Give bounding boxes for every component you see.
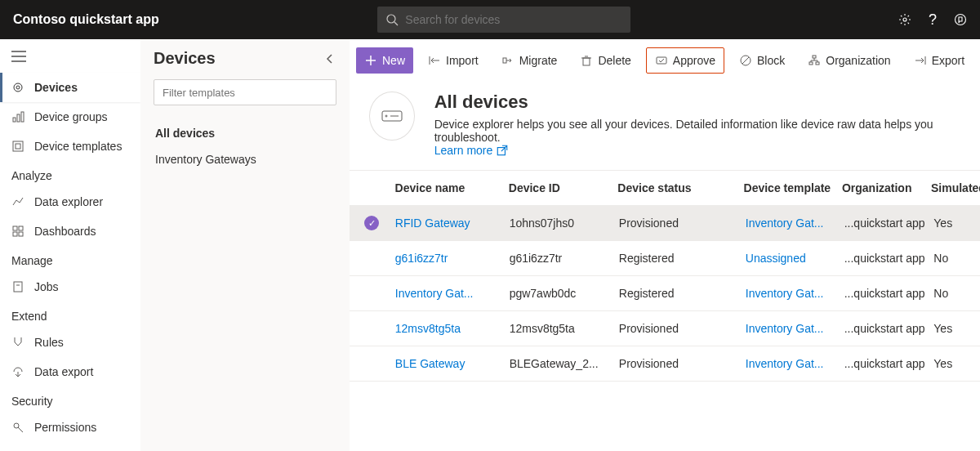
search-box[interactable] (377, 7, 630, 33)
device-template-link[interactable]: Inventory Gat... (746, 322, 844, 335)
device-id: g61i6zz7tr (510, 252, 619, 265)
device-id: 12msv8tg5ta (510, 322, 619, 335)
device-id: pgw7awb0dc (510, 287, 619, 300)
sidebar-item-data-export[interactable]: Data export (0, 357, 140, 386)
dashboards-icon (11, 225, 24, 238)
sidebar-item-device-templates[interactable]: Device templates (0, 132, 140, 161)
device-templates-icon (11, 140, 24, 153)
device-status: Registered (619, 252, 746, 265)
organization-label: Organization (826, 54, 890, 67)
device-org: ...quickstart app (844, 287, 934, 300)
device-name-link[interactable]: 12msv8tg5ta (395, 322, 510, 335)
device-id: BLEGateway_2... (510, 357, 619, 370)
row-selected-icon[interactable]: ✓ (364, 216, 379, 230)
device-name-link[interactable]: RFID Gateway (395, 217, 510, 230)
sidebar-item-device-groups[interactable]: Device groups (0, 102, 140, 132)
device-sim: Yes (933, 322, 980, 335)
col-device-template[interactable]: Device template (744, 181, 842, 194)
export-button[interactable]: Export (906, 47, 973, 74)
col-device-name[interactable]: Device name (395, 181, 509, 194)
sidebar: Devices Device groups Device templates A… (0, 39, 140, 451)
col-simulated[interactable]: Simulated (931, 181, 980, 194)
search-icon (385, 13, 399, 26)
search-input[interactable] (405, 13, 622, 26)
import-icon (428, 54, 441, 67)
table-row[interactable]: ✓ RFID Gateway 1ohns07jhs0 Provisioned I… (350, 206, 980, 241)
device-template-link[interactable]: Inventory Gat... (746, 357, 844, 370)
permissions-icon (11, 421, 24, 434)
col-device-status[interactable]: Device status (617, 181, 743, 194)
col-organization[interactable]: Organization (842, 181, 931, 194)
svg-line-1 (394, 22, 398, 25)
device-org: ...quickstart app (844, 217, 934, 230)
device-template-link[interactable]: Inventory Gat... (746, 287, 844, 300)
block-button[interactable]: Block (731, 47, 793, 74)
table-row[interactable]: 12msv8tg5ta 12msv8tg5ta Provisioned Inve… (350, 311, 980, 346)
svg-rect-30 (657, 57, 666, 64)
help-icon[interactable]: ? (926, 13, 939, 26)
block-icon (739, 54, 752, 67)
svg-rect-16 (13, 232, 17, 236)
chevron-left-icon[interactable] (323, 52, 336, 65)
chat-icon[interactable] (954, 13, 967, 26)
export-label: Export (932, 54, 964, 67)
new-button[interactable]: New (356, 47, 413, 74)
learn-more-label: Learn more (434, 144, 493, 157)
panel-title: Devices (154, 49, 216, 68)
import-button[interactable]: Import (420, 47, 487, 74)
svg-rect-34 (809, 62, 813, 65)
learn-more-link[interactable]: Learn more (434, 144, 510, 157)
delete-icon (580, 54, 593, 67)
sidebar-item-label: Device groups (34, 110, 108, 123)
new-label: New (382, 54, 405, 67)
svg-point-47 (385, 115, 387, 117)
device-name-link[interactable]: BLE Gateway (395, 357, 510, 370)
device-name-link[interactable]: g61i6zz7tr (395, 252, 510, 265)
device-status: Provisioned (619, 217, 746, 230)
sidebar-item-data-explorer[interactable]: Data explorer (0, 187, 140, 217)
col-device-id[interactable]: Device ID (509, 181, 618, 194)
sidebar-item-rules[interactable]: Rules (0, 328, 140, 357)
table-row[interactable]: Inventory Gat... pgw7awb0dc Registered I… (350, 276, 980, 311)
organization-button[interactable]: Organization (800, 47, 898, 74)
sidebar-item-label: Permissions (34, 421, 96, 434)
sidebar-item-label: Jobs (34, 280, 59, 293)
sidebar-section-manage: Manage (0, 246, 140, 272)
sidebar-item-jobs[interactable]: Jobs (0, 272, 140, 301)
sidebar-item-label: Device templates (34, 140, 122, 153)
top-bar: Contoso quickstart app ? (0, 0, 980, 39)
sidebar-item-dashboards[interactable]: Dashboards (0, 217, 140, 246)
device-template-link[interactable]: Inventory Gat... (746, 217, 844, 230)
organization-icon (808, 54, 821, 67)
svg-point-0 (387, 15, 395, 23)
migrate-button[interactable]: Migrate (493, 47, 566, 74)
device-sim: Yes (933, 357, 980, 370)
approve-icon (655, 54, 668, 67)
sidebar-item-devices[interactable]: Devices (0, 73, 140, 102)
settings-icon[interactable] (898, 13, 911, 26)
svg-point-7 (14, 83, 22, 92)
sidebar-section-extend: Extend (0, 301, 140, 328)
panel-item-all-devices[interactable]: All devices (154, 120, 336, 146)
panel-item-inventory-gateways[interactable]: Inventory Gateways (154, 146, 336, 172)
device-sim: No (933, 252, 980, 265)
sidebar-item-label: Data explorer (34, 195, 103, 208)
sidebar-item-permissions[interactable]: Permissions (0, 413, 140, 442)
hamburger-icon[interactable] (0, 42, 140, 73)
device-org: ...quickstart app (844, 252, 934, 265)
table-row[interactable]: BLE Gateway BLEGateway_2... Provisioned … (350, 346, 980, 382)
device-template-link[interactable]: Unassigned (746, 252, 844, 265)
table-row[interactable]: g61i6zz7tr g61i6zz7tr Registered Unassig… (350, 241, 980, 276)
page-title: All devices (434, 92, 960, 113)
sidebar-item-label: Devices (34, 81, 78, 94)
import-label: Import (446, 54, 479, 67)
delete-button[interactable]: Delete (572, 47, 639, 74)
approve-button[interactable]: Approve (646, 47, 724, 74)
device-name-link[interactable]: Inventory Gat... (395, 287, 510, 300)
page-description: Device explorer helps you see all your d… (434, 118, 960, 144)
filter-templates-input[interactable] (154, 79, 336, 105)
svg-line-50 (501, 145, 507, 151)
sidebar-item-label: Data export (34, 365, 93, 378)
svg-rect-15 (19, 226, 23, 230)
device-org: ...quickstart app (844, 357, 934, 370)
